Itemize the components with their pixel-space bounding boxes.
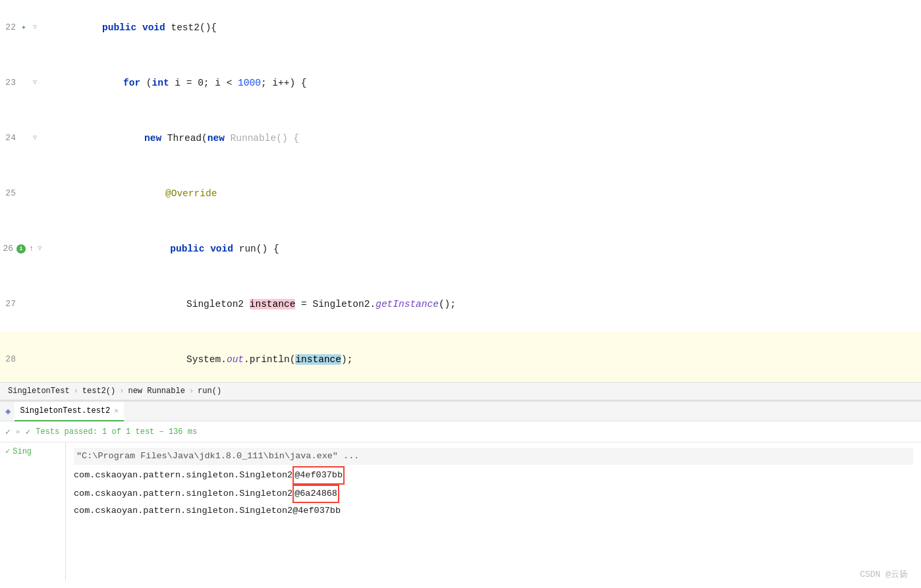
paren-27: (); bbox=[439, 299, 456, 309]
kw-public-26: public bbox=[170, 244, 210, 254]
fold-23[interactable]: ▽ bbox=[33, 74, 37, 92]
test-output: "C:\Program Files\Java\jdk1.8.0_111\bin\… bbox=[66, 442, 921, 581]
code-line-26: 26 i ↑ ▽ public void run() { bbox=[0, 221, 921, 277]
fold-24[interactable]: ▽ bbox=[33, 129, 37, 147]
kw-public-22: public bbox=[102, 22, 142, 33]
num-1000: 1000 bbox=[238, 78, 261, 88]
equals-27: = Singleton2. bbox=[295, 299, 376, 309]
diamond-icon: ◈ bbox=[5, 406, 11, 417]
output-box-2: @4ef037bb bbox=[293, 466, 345, 485]
code-lines: 22 ✦ ▽ public void test2(){ 23 ▽ bbox=[0, 0, 921, 382]
breadcrumb-sep-2: › bbox=[119, 387, 124, 396]
test-sidebar: ✓ Sing bbox=[0, 442, 66, 581]
line-num-27: 27 bbox=[3, 295, 16, 313]
output-text-2a: com.cskaoyan.pattern.singleton.Singleton… bbox=[74, 468, 293, 483]
sidebar-label: Sing bbox=[13, 447, 32, 456]
breadcrumb-item-2[interactable]: test2() bbox=[82, 387, 115, 396]
editor-area: 22 ✦ ▽ public void test2(){ 23 ▽ bbox=[0, 0, 921, 382]
toolbar-chevron-right: » bbox=[16, 428, 20, 436]
output-line-3: com.cskaoyan.pattern.singleton.Singleton… bbox=[74, 485, 913, 503]
tab-singletontest[interactable]: SingletonTest.test2 ✕ bbox=[14, 402, 123, 421]
line-num-25: 25 bbox=[3, 184, 16, 203]
output-line-2: com.cskaoyan.pattern.singleton.Singleton… bbox=[74, 466, 913, 485]
test-panel-tabs: ◈ SingletonTest.test2 ✕ bbox=[0, 402, 921, 421]
line-num-28: 28 bbox=[3, 350, 16, 369]
output-line-1: "C:\Program Files\Java\jdk1.8.0_111\bin\… bbox=[74, 448, 913, 465]
line-num-22: 22 bbox=[3, 18, 16, 37]
for-body: i = 0; i < bbox=[175, 78, 238, 88]
line-gutter-27: 27 ▷ bbox=[0, 277, 40, 332]
editor-container: 22 ✦ ▽ public void test2(){ 23 ▽ bbox=[0, 0, 921, 588]
code-content-28: System.out.println(instance); bbox=[40, 332, 921, 382]
test-status-text: Tests passed: 1 of 1 test – 136 ms bbox=[36, 427, 197, 437]
gutter-icon-27 bbox=[18, 299, 29, 309]
up-arrow-26: ↑ bbox=[29, 240, 34, 258]
code-content-25: @Override bbox=[40, 166, 921, 221]
code-content-23: for (int i = 0; i < 1000; i++) { bbox=[40, 55, 921, 111]
kw-new2-24: new bbox=[208, 133, 231, 144]
breadcrumb-item-1[interactable]: SingletonTest bbox=[8, 387, 70, 396]
gutter-icon-24 bbox=[18, 133, 29, 144]
fold-26[interactable]: ▽ bbox=[38, 240, 42, 258]
line-gutter-22: 22 ✦ ▽ bbox=[0, 0, 40, 55]
breadcrumb-sep-3: › bbox=[189, 387, 194, 396]
code-content-26: public void run() { bbox=[44, 221, 921, 277]
output-cmd-text: "C:\Program Files\Java\jdk1.8.0_111\bin\… bbox=[76, 448, 359, 464]
code-content-24: new Thread(new Runnable() { bbox=[40, 111, 921, 166]
code-line-24: 24 ▽ new Thread(new Runnable() { bbox=[0, 111, 921, 166]
code-content-22: public void test2(){ bbox=[40, 0, 921, 55]
breadcrumb-item-3[interactable]: new Runnable bbox=[128, 387, 184, 396]
annotation-25: @Override bbox=[165, 188, 217, 199]
run-26: run() { bbox=[239, 244, 279, 254]
kw-void-26: void bbox=[210, 244, 239, 254]
code-line-23: 23 ▽ for (int i = 0; i < 1000; i++) { bbox=[0, 55, 921, 111]
code-line-25: 25 ▷ @Override bbox=[0, 166, 921, 221]
output-box-3: @6a24868 bbox=[293, 485, 339, 503]
for-end: ; i++) { bbox=[261, 78, 307, 88]
check-icon-22: ✦ bbox=[21, 18, 26, 37]
code-content-27: Singleton2 instance = Singleton2.getInst… bbox=[40, 277, 921, 332]
gutter-icon-23 bbox=[18, 78, 29, 88]
method-name-22: test2(){ bbox=[171, 22, 217, 33]
line-gutter-28: 28 ▷ bbox=[0, 332, 40, 382]
gutter-icon-22: ✦ bbox=[18, 22, 29, 33]
test-panel: ◈ SingletonTest.test2 ✕ ✓ » ✓ Tests pass… bbox=[0, 400, 921, 581]
for-open: ( bbox=[146, 78, 152, 88]
gutter-icon-26: i bbox=[16, 244, 26, 254]
runnable-24: Runnable() { bbox=[231, 133, 299, 144]
println-28: .println( bbox=[244, 354, 295, 365]
instance-highlight-blue: instance bbox=[295, 354, 341, 365]
check-icon-toolbar: ✓ bbox=[25, 427, 30, 437]
breadcrumb-item-4[interactable]: run() bbox=[198, 387, 221, 396]
kw-new-24: new bbox=[144, 133, 167, 144]
tab-close-icon[interactable]: ✕ bbox=[114, 406, 119, 415]
close-28: ); bbox=[341, 354, 352, 365]
line-num-23: 23 bbox=[3, 74, 16, 92]
instance-highlight-pink: instance bbox=[250, 299, 296, 309]
line-num-26: 26 bbox=[0, 240, 13, 258]
line-gutter-25: 25 ▷ bbox=[0, 166, 40, 221]
csdn-watermark: CSDN @云扬 bbox=[860, 568, 908, 580]
test-sidebar-item[interactable]: ✓ Sing bbox=[0, 445, 65, 458]
line-gutter-26: 26 i ↑ ▽ bbox=[0, 221, 44, 277]
output-line-4: com.cskaoyan.pattern.singleton.Singleton… bbox=[74, 503, 913, 519]
thread-24: Thread( bbox=[167, 133, 208, 144]
getinstance-27: getInstance bbox=[376, 299, 439, 309]
kw-for: for bbox=[123, 78, 146, 88]
line-gutter-24: 24 ▽ bbox=[0, 111, 40, 166]
code-line-28: 28 ▷ System.out.println(instance); bbox=[0, 332, 921, 382]
green-dot-26: i bbox=[16, 244, 26, 254]
gutter-icon-25 bbox=[18, 188, 29, 199]
singleton2-27: Singleton2 bbox=[186, 299, 250, 309]
code-line-27: 27 ▷ Singleton2 instance = Singleton2.ge… bbox=[0, 277, 921, 332]
fold-22[interactable]: ▽ bbox=[33, 18, 37, 37]
breadcrumb-bar: SingletonTest › test2() › new Runnable ›… bbox=[0, 382, 921, 400]
gutter-icon-28 bbox=[18, 354, 29, 365]
out-28: out bbox=[227, 354, 244, 365]
system-28: System. bbox=[186, 354, 227, 365]
tab-label: SingletonTest.test2 bbox=[20, 406, 110, 415]
line-num-24: 24 bbox=[3, 129, 16, 147]
toolbar-check-icon: ✓ bbox=[5, 427, 11, 437]
code-line-22: 22 ✦ ▽ public void test2(){ bbox=[0, 0, 921, 55]
kw-void-22: void bbox=[142, 22, 171, 33]
